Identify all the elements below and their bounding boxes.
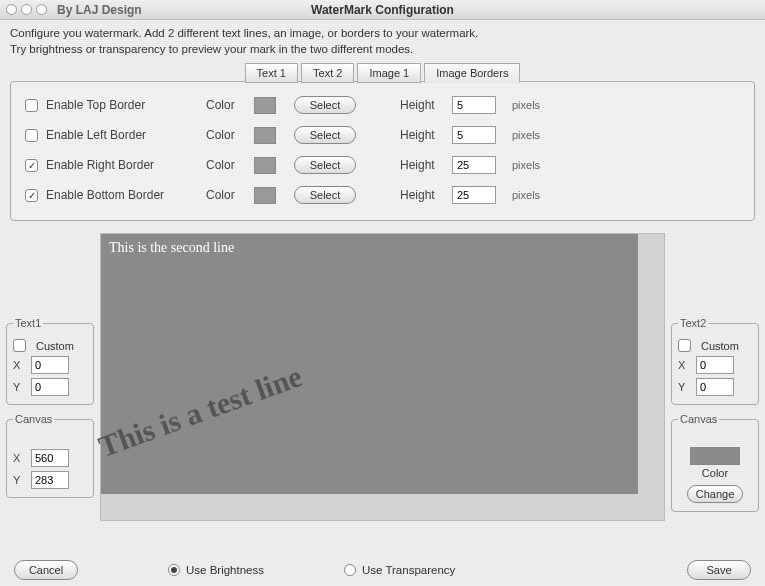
color-label: Color: [206, 98, 254, 112]
right-height-input[interactable]: [452, 156, 496, 174]
text2-x-input[interactable]: [696, 356, 734, 374]
left-side-panels: Text1 Custom X Y Canvas X Y: [6, 229, 94, 525]
top-select-button[interactable]: Select: [294, 96, 356, 114]
radio-icon: [344, 564, 356, 576]
canvas-left-y-row: Y: [13, 471, 87, 489]
text1-fieldset: Text1 Custom X Y: [6, 317, 94, 405]
text1-x-input[interactable]: [31, 356, 69, 374]
text1-custom-checkbox[interactable]: [13, 339, 26, 352]
border-row-bottom: Enable Bottom Border Color Select Height…: [11, 180, 754, 210]
help-text: Configure you watermark. Add 2 different…: [0, 20, 765, 61]
preview-inner: This is the second line This is a test l…: [101, 234, 638, 494]
window-titlebar: By LAJ Design WaterMark Configuration: [0, 0, 765, 20]
canvas-color-label: Color: [678, 467, 752, 479]
canvas-right-legend: Canvas: [678, 413, 719, 425]
color-label: Color: [206, 128, 254, 142]
bottom-height-input[interactable]: [452, 186, 496, 204]
use-transparency-label: Use Transparency: [362, 564, 455, 576]
text2-legend: Text2: [678, 317, 708, 329]
canvas-left-x-row: X: [13, 449, 87, 467]
right-side-panels: Text2 Custom X Y Canvas Color Change: [671, 229, 759, 525]
canvas-left-x-label: X: [13, 452, 25, 464]
enable-right-checkbox[interactable]: [25, 159, 38, 172]
text1-y-label: Y: [13, 381, 25, 393]
border-row-top: Enable Top Border Color Select Height pi…: [11, 90, 754, 120]
minimize-icon[interactable]: [21, 4, 32, 15]
middle-area: Text1 Custom X Y Canvas X Y: [0, 229, 765, 525]
tab-image1[interactable]: Image 1: [357, 63, 421, 83]
text1-custom-label: Custom: [36, 340, 74, 352]
help-line-2: Try brightness or transparency to previe…: [10, 42, 755, 58]
canvas-color-swatch[interactable]: [690, 447, 740, 465]
color-label: Color: [206, 188, 254, 202]
use-brightness-option[interactable]: Use Brightness: [168, 564, 264, 576]
help-line-1: Configure you watermark. Add 2 different…: [10, 26, 755, 42]
border-row-right: Enable Right Border Color Select Height …: [11, 150, 754, 180]
text1-x-label: X: [13, 359, 25, 371]
left-height-input[interactable]: [452, 126, 496, 144]
color-label: Color: [206, 158, 254, 172]
bottom-bar: Cancel Use Brightness Use Transparency S…: [0, 560, 765, 580]
unit-label: pixels: [512, 129, 540, 141]
unit-label: pixels: [512, 159, 540, 171]
cancel-button[interactable]: Cancel: [14, 560, 78, 580]
text2-custom-row: Custom: [678, 339, 752, 352]
unit-label: pixels: [512, 189, 540, 201]
enable-left-label: Enable Left Border: [46, 128, 206, 142]
preview-text-line2: This is the second line: [109, 240, 234, 256]
canvas-left-y-input[interactable]: [31, 471, 69, 489]
text1-y-input[interactable]: [31, 378, 69, 396]
top-height-input[interactable]: [452, 96, 496, 114]
preview-canvas: This is the second line This is a test l…: [100, 233, 665, 521]
canvas-right-fieldset: Canvas Color Change: [671, 413, 759, 512]
canvas-left-legend: Canvas: [13, 413, 54, 425]
height-label: Height: [400, 98, 452, 112]
left-select-button[interactable]: Select: [294, 126, 356, 144]
enable-top-label: Enable Top Border: [46, 98, 206, 112]
right-color-swatch[interactable]: [254, 157, 276, 174]
enable-left-checkbox[interactable]: [25, 129, 38, 142]
enable-top-checkbox[interactable]: [25, 99, 38, 112]
border-row-left: Enable Left Border Color Select Height p…: [11, 120, 754, 150]
tab-text2[interactable]: Text 2: [301, 63, 354, 83]
right-select-button[interactable]: Select: [294, 156, 356, 174]
unit-label: pixels: [512, 99, 540, 111]
left-color-swatch[interactable]: [254, 127, 276, 144]
height-label: Height: [400, 158, 452, 172]
enable-bottom-checkbox[interactable]: [25, 189, 38, 202]
text1-y-row: Y: [13, 378, 87, 396]
bottom-select-button[interactable]: Select: [294, 186, 356, 204]
text2-custom-label: Custom: [701, 340, 739, 352]
preview-text-line1: This is a test line: [94, 359, 306, 464]
borders-panel: Enable Top Border Color Select Height pi…: [10, 81, 755, 221]
top-color-swatch[interactable]: [254, 97, 276, 114]
canvas-change-button[interactable]: Change: [687, 485, 743, 503]
canvas-left-x-input[interactable]: [31, 449, 69, 467]
use-transparency-option[interactable]: Use Transparency: [344, 564, 455, 576]
tab-text1[interactable]: Text 1: [245, 63, 298, 83]
zoom-icon[interactable]: [36, 4, 47, 15]
text2-x-row: X: [678, 356, 752, 374]
height-label: Height: [400, 128, 452, 142]
text2-custom-checkbox[interactable]: [678, 339, 691, 352]
enable-bottom-label: Enable Bottom Border: [46, 188, 206, 202]
canvas-left-y-label: Y: [13, 474, 25, 486]
text2-x-label: X: [678, 359, 690, 371]
bottom-color-swatch[interactable]: [254, 187, 276, 204]
save-button[interactable]: Save: [687, 560, 751, 580]
use-brightness-label: Use Brightness: [186, 564, 264, 576]
tab-bar: Text 1 Text 2 Image 1 Image Borders: [0, 62, 765, 82]
preview-area: This is the second line This is a test l…: [94, 229, 671, 525]
height-label: Height: [400, 188, 452, 202]
enable-right-label: Enable Right Border: [46, 158, 206, 172]
close-icon[interactable]: [6, 4, 17, 15]
tab-image-borders[interactable]: Image Borders: [424, 63, 520, 83]
canvas-left-fieldset: Canvas X Y: [6, 413, 94, 498]
text2-fieldset: Text2 Custom X Y: [671, 317, 759, 405]
text2-y-input[interactable]: [696, 378, 734, 396]
radio-icon: [168, 564, 180, 576]
text1-custom-row: Custom: [13, 339, 87, 352]
text1-x-row: X: [13, 356, 87, 374]
text2-y-label: Y: [678, 381, 690, 393]
display-mode-group: Use Brightness Use Transparency: [168, 564, 455, 576]
